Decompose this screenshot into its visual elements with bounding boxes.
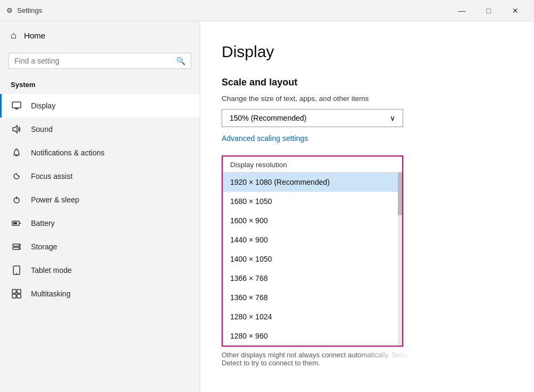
focus-label: Focus assist	[31, 172, 73, 181]
resolution-list: 1920 × 1080 (Recommended) 1680 × 1050 16…	[223, 173, 402, 346]
sidebar: ⌂ Home 🔍 System Display	[0, 21, 200, 392]
battery-icon	[11, 218, 22, 228]
svg-point-13	[19, 248, 20, 249]
main-content: Display Scale and layout Change the size…	[200, 21, 534, 392]
resolution-item[interactable]: 1280 × 1024	[223, 307, 402, 326]
bottom-text-2: Detect to try to connect to them.	[222, 359, 513, 367]
resolution-item[interactable]: 1360 × 768	[223, 288, 402, 307]
title-bar-left: ⚙ Settings	[6, 6, 42, 14]
sidebar-item-notifications[interactable]: Notifications & actions	[0, 141, 200, 164]
storage-icon	[11, 242, 22, 252]
resolution-label: Display resolution	[223, 156, 402, 173]
bottom-text-container: Other displays might not always connect …	[222, 351, 513, 367]
home-icon: ⌂	[11, 30, 17, 41]
search-input[interactable]	[14, 57, 172, 65]
search-icon: 🔍	[176, 57, 185, 65]
svg-rect-0	[12, 102, 21, 108]
storage-label: Storage	[31, 242, 57, 251]
battery-label: Battery	[31, 219, 54, 228]
tablet-label: Tablet mode	[31, 266, 72, 275]
advanced-scaling-link[interactable]: Advanced scaling settings	[222, 134, 308, 143]
scrollbar-track[interactable]	[398, 173, 402, 346]
bottom-text: Other displays might not always connect …	[222, 351, 513, 359]
close-button[interactable]: ✕	[503, 2, 528, 19]
resolution-item[interactable]: 1600 × 900	[223, 211, 402, 230]
sidebar-item-focus[interactable]: Focus assist	[0, 164, 200, 188]
svg-marker-3	[13, 126, 17, 133]
bottom-text-partial: Other displays might not always connect …	[222, 351, 411, 359]
resolution-item[interactable]: 1440 × 900	[223, 230, 402, 249]
scale-desc: Change the size of text, apps, and other…	[222, 95, 513, 103]
display-label: Display	[31, 101, 56, 110]
svg-point-15	[16, 273, 17, 274]
sidebar-home[interactable]: ⌂ Home	[0, 21, 200, 50]
title-bar: ⚙ Settings — □ ✕	[0, 0, 534, 21]
settings-icon: ⚙	[6, 6, 13, 14]
multitasking-icon	[11, 289, 22, 299]
resolution-item[interactable]: 1920 × 1080 (Recommended)	[223, 173, 402, 192]
resolution-dropdown-container: Display resolution 1920 × 1080 (Recommen…	[222, 155, 403, 347]
sidebar-item-tablet[interactable]: Tablet mode	[0, 258, 200, 282]
sound-label: Sound	[31, 125, 52, 134]
resolution-item[interactable]: 1280 × 960	[223, 326, 402, 346]
scale-dropdown-value: 150% (Recommended)	[230, 114, 307, 122]
resolution-item[interactable]: 1366 × 768	[223, 269, 402, 288]
sidebar-item-storage[interactable]: Storage	[0, 235, 200, 258]
resolution-item[interactable]: 1680 × 1050	[223, 192, 402, 211]
scale-section: Scale and layout Change the size of text…	[222, 77, 513, 153]
search-box[interactable]: 🔍	[9, 53, 191, 69]
resolution-section: Display resolution 1920 × 1080 (Recommen…	[222, 155, 513, 367]
resolution-list-wrapper: 1920 × 1080 (Recommended) 1680 × 1050 16…	[223, 173, 402, 346]
svg-rect-9	[13, 222, 17, 224]
sound-icon	[11, 124, 22, 134]
display-icon	[11, 101, 22, 111]
chevron-down-icon: ∨	[390, 114, 395, 122]
maximize-button[interactable]: □	[476, 2, 501, 19]
power-icon	[11, 195, 22, 205]
sidebar-section-title: System	[0, 77, 200, 94]
svg-point-12	[19, 245, 20, 246]
svg-rect-19	[17, 294, 21, 298]
notifications-icon	[11, 148, 22, 158]
sidebar-item-display[interactable]: Display	[0, 94, 200, 117]
home-label: Home	[24, 31, 45, 40]
title-bar-controls: — □ ✕	[450, 2, 528, 19]
tablet-icon	[11, 265, 22, 275]
resolution-item[interactable]: 1400 × 1050	[223, 249, 402, 269]
multitasking-label: Multitasking	[31, 289, 70, 298]
scale-dropdown[interactable]: 150% (Recommended) ∨	[222, 109, 403, 127]
app-title: Settings	[17, 6, 42, 14]
scrollbar-thumb[interactable]	[398, 173, 402, 215]
sidebar-item-sound[interactable]: Sound	[0, 117, 200, 141]
power-label: Power & sleep	[31, 195, 79, 204]
app-content: ⌂ Home 🔍 System Display	[0, 21, 534, 392]
svg-rect-16	[12, 289, 16, 293]
svg-rect-8	[19, 223, 21, 224]
scale-section-title: Scale and layout	[222, 77, 513, 88]
focus-icon	[11, 171, 22, 181]
svg-rect-17	[17, 289, 21, 293]
sidebar-item-power[interactable]: Power & sleep	[0, 188, 200, 211]
notifications-label: Notifications & actions	[31, 148, 105, 157]
sidebar-item-multitasking[interactable]: Multitasking	[0, 282, 200, 305]
sidebar-item-battery[interactable]: Battery	[0, 211, 200, 235]
svg-rect-18	[12, 294, 16, 298]
minimize-button[interactable]: —	[450, 2, 474, 19]
page-title: Display	[222, 43, 513, 61]
